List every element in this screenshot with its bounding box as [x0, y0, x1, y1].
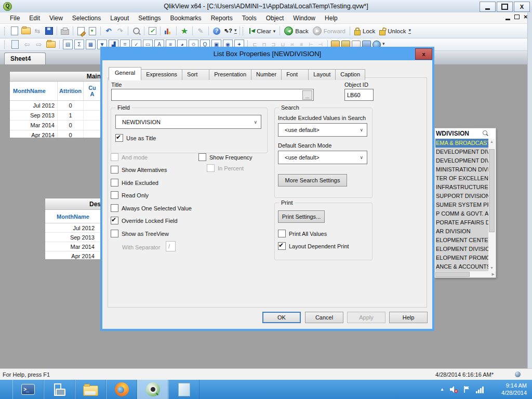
- list-item[interactable]: AR DIVISION: [435, 227, 489, 236]
- clear-button[interactable]: Clear: [248, 28, 277, 34]
- reload-icon[interactable]: [87, 26, 98, 36]
- override-locked-checkbox[interactable]: Override Locked Field: [111, 217, 178, 224]
- close-button[interactable]: [514, 2, 530, 12]
- tab-expressions[interactable]: Expressions: [141, 69, 182, 80]
- include-excluded-dropdown[interactable]: <use default>: [278, 123, 367, 137]
- next-sheet-icon[interactable]: [34, 39, 44, 50]
- taskbar-item-server-manager[interactable]: [44, 380, 75, 399]
- promote-sheet-icon[interactable]: [46, 39, 56, 50]
- field-dropdown[interactable]: NEWDIVISION: [115, 115, 261, 129]
- previous-sheet-icon[interactable]: [22, 39, 32, 50]
- help-icon[interactable]: [211, 26, 222, 36]
- taskbar-item-qlikview[interactable]: [137, 380, 168, 399]
- menu-reports[interactable]: Reports: [206, 15, 237, 22]
- layout-dependent-print-checkbox[interactable]: Layout Dependent Print: [278, 242, 349, 250]
- chart-wizard-icon[interactable]: [163, 26, 174, 36]
- column-header-monthname[interactable]: MonthName: [10, 82, 58, 100]
- default-search-mode-dropdown[interactable]: <use default>: [278, 151, 367, 164]
- redo-icon[interactable]: [115, 26, 125, 36]
- notes-icon[interactable]: [195, 26, 206, 36]
- network-signal-icon[interactable]: [475, 386, 484, 393]
- create-statistics-box-icon[interactable]: [74, 39, 84, 49]
- edit-script-icon[interactable]: [76, 26, 86, 36]
- listbox-vertical-scrollbar[interactable]: [488, 139, 495, 271]
- title-input[interactable]: [111, 89, 314, 101]
- list-item[interactable]: EMA & BROADCASTIN: [435, 139, 489, 148]
- dialog-titlebar[interactable]: List Box Properties [NEWDIVISION]: [100, 47, 434, 60]
- list-item[interactable]: PORATE AFFAIRS DIV: [435, 218, 489, 227]
- print-all-values-checkbox[interactable]: Print All Values: [278, 230, 327, 237]
- design-toolbar-grip[interactable]: [4, 41, 6, 49]
- mdi-restore-icon[interactable]: [514, 15, 520, 19]
- list-item[interactable]: DEVELOPMENT DIVIS: [435, 156, 489, 165]
- list-item[interactable]: SUPPORT DIVISION: [435, 192, 489, 201]
- menu-settings[interactable]: Settings: [134, 15, 165, 22]
- action-center-flag-icon[interactable]: [463, 385, 470, 393]
- table-row[interactable]: Apr 2014 0: [10, 130, 101, 138]
- cancel-button[interactable]: Cancel: [305, 312, 343, 323]
- toolbar-grip[interactable]: [4, 27, 6, 35]
- table-row[interactable]: Mar 2014 0: [10, 121, 101, 130]
- search-icon[interactable]: [131, 26, 141, 36]
- designation-table[interactable]: Des MonthName Jul 2012 Sep 2013 Mar 2014…: [45, 198, 101, 260]
- sheet-tab-sheet4[interactable]: Sheet4: [4, 52, 46, 64]
- taskbar-item-firefox[interactable]: [106, 380, 137, 399]
- open-file-icon[interactable]: [21, 26, 31, 36]
- help-button[interactable]: Help: [389, 312, 428, 323]
- use-as-title-checkbox[interactable]: Use as Title: [115, 134, 156, 142]
- menu-layout[interactable]: Layout: [105, 15, 134, 22]
- menu-view[interactable]: View: [45, 15, 68, 22]
- taskbar-item-file-explorer[interactable]: [75, 380, 106, 399]
- list-item[interactable]: ANCE & ACCOUNTS DI: [435, 262, 489, 271]
- apply-button[interactable]: Apply: [347, 312, 385, 323]
- table-row[interactable]: Jul 2012: [45, 223, 101, 233]
- toolbar2-overflow-icon[interactable]: [408, 28, 411, 34]
- show-alternatives-checkbox[interactable]: Show Alternatives: [111, 166, 167, 174]
- show-frequency-checkbox[interactable]: Show Frequency: [198, 153, 252, 161]
- tab-sort[interactable]: Sort: [182, 69, 209, 80]
- dialog-close-button[interactable]: x: [415, 48, 432, 60]
- taskbar-item-notepad[interactable]: [168, 380, 200, 399]
- table-row[interactable]: Mar 2014: [45, 242, 101, 251]
- toolbar-grip-2[interactable]: [243, 27, 245, 35]
- toolbar-overflow-icon[interactable]: [234, 28, 237, 34]
- list-item[interactable]: DEVELOPMENT DIVIS: [435, 148, 489, 156]
- ok-button[interactable]: OK: [262, 312, 301, 323]
- tab-font[interactable]: Font: [281, 69, 309, 80]
- clear-dropdown-icon[interactable]: [273, 29, 276, 34]
- object-id-input[interactable]: [344, 89, 374, 101]
- tab-number[interactable]: Number: [251, 69, 282, 80]
- list-item[interactable]: TER OF EXCELLENCE G: [435, 174, 489, 183]
- table-row[interactable]: Jul 2012 0: [10, 101, 101, 111]
- refresh-icon[interactable]: [32, 26, 43, 36]
- tab-presentation[interactable]: Presentation: [209, 69, 251, 80]
- table-row[interactable]: Apr 2014: [45, 251, 101, 260]
- menu-file[interactable]: File: [5, 15, 24, 22]
- print-icon[interactable]: [60, 26, 70, 36]
- table-row[interactable]: Sep 2013: [45, 233, 101, 242]
- menu-selections[interactable]: Selections: [68, 15, 105, 22]
- taskbar-clock[interactable]: 9:14 AM 4/28/2014: [501, 382, 527, 396]
- menu-window[interactable]: Window: [288, 15, 320, 22]
- lock-button[interactable]: Lock: [353, 27, 377, 35]
- create-listbox-icon[interactable]: [63, 39, 73, 49]
- whats-this-icon[interactable]: [223, 26, 233, 36]
- minimize-button[interactable]: [480, 2, 496, 12]
- show-hidden-icons-icon[interactable]: [440, 387, 444, 392]
- in-percent-checkbox[interactable]: In Percent: [207, 164, 244, 172]
- tab-caption[interactable]: Caption: [335, 69, 365, 80]
- maximize-button[interactable]: [497, 2, 513, 12]
- menu-object[interactable]: Object: [261, 15, 289, 22]
- list-item[interactable]: ELOPMENT PROMOTI: [435, 254, 489, 262]
- horizontal-scroll-thumb[interactable]: [435, 272, 470, 277]
- back-button[interactable]: Back: [283, 26, 310, 35]
- and-mode-checkbox[interactable]: And mode: [111, 153, 148, 161]
- list-item[interactable]: INFRASTRUCTURE &: [435, 183, 489, 192]
- current-selections-icon[interactable]: [147, 26, 157, 36]
- scroll-down-icon[interactable]: [488, 265, 495, 271]
- unlock-button[interactable]: Unlock: [378, 27, 407, 35]
- column-header-attrition[interactable]: Attrition: [58, 82, 84, 100]
- volume-muted-icon[interactable]: [449, 385, 458, 393]
- read-only-checkbox[interactable]: Read Only: [111, 191, 149, 199]
- new-file-icon[interactable]: [9, 26, 20, 36]
